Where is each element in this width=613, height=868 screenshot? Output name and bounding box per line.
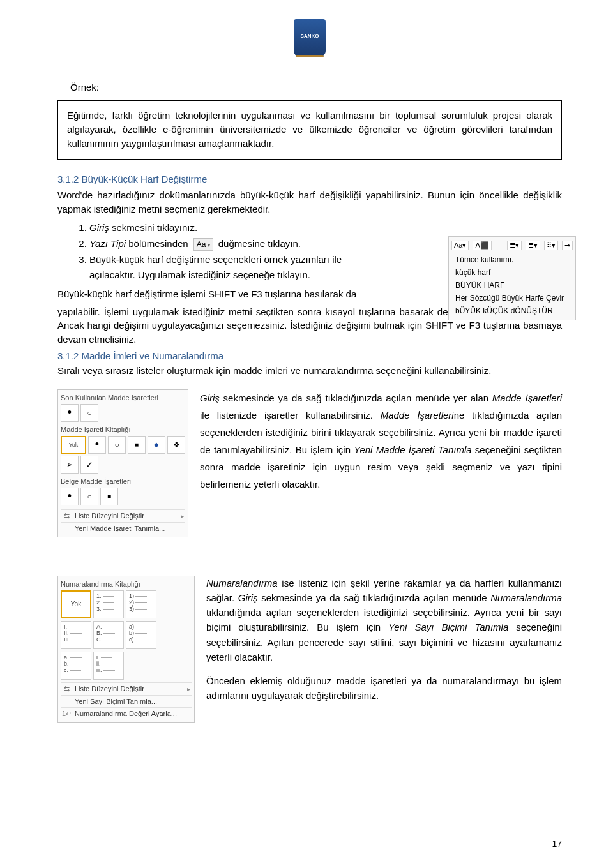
aa-tool-icon[interactable]: Aa▾ [451, 241, 469, 250]
bullet-dot-3[interactable] [61, 488, 79, 505]
step-2: Yazı Tipi bölümesinden Aa▾ düğmesine tık… [89, 236, 372, 251]
case-option-upper[interactable]: BÜYÜK HARF [449, 279, 575, 292]
bullet-star[interactable] [167, 436, 185, 454]
numbering-description-2: Önceden eklemiş olduğunuz madde işaretle… [206, 673, 562, 703]
case-change-intro: Word'de hazırladığınız dokümanlarınızda … [57, 188, 562, 216]
case-change-menu: Aa▾ A⬛ ≣▾ ≣▾ ⠿▾ ⇥ Tümce kullanımı. küçük… [448, 236, 576, 320]
numbering-tool-icon[interactable]: ≣▾ [526, 241, 540, 250]
bullets-tool-icon[interactable]: ≣▾ [507, 241, 522, 250]
numbering-library-label: Numaralandırma Kitaplığı [61, 580, 192, 588]
bullet-square-2[interactable] [100, 488, 118, 505]
bullet-circle-3[interactable] [80, 488, 98, 505]
bullet-circle[interactable] [80, 404, 98, 422]
set-numbering-value[interactable]: 1↵Numaralandırma Değeri Ayarla... [61, 707, 192, 720]
case-option-toggle[interactable]: bÜYÜK kÜÇÜK dÖNÜŞTÜR [449, 304, 575, 317]
case-menu-toolbar: Aa▾ A⬛ ≣▾ ≣▾ ⠿▾ ⇥ [449, 239, 575, 253]
define-new-number-format[interactable]: Yeni Sayı Biçimi Tanımla... [61, 695, 192, 707]
bullet-circle-2[interactable] [108, 436, 126, 454]
example-text: Eğitimde, farklı öğretim teknolojilerini… [67, 110, 552, 149]
multilevel-tool-icon[interactable]: ⠿▾ [544, 241, 558, 250]
heading-bullets-numbering: 3.1.2 Madde İmleri ve Numaralandırma [57, 350, 562, 361]
sanko-logo [294, 19, 326, 56]
bullet-none[interactable]: Yok [61, 436, 86, 454]
aa-dropdown-icon[interactable]: Aa▾ [193, 238, 213, 251]
numbering-roman-upper[interactable]: I.II.III. [61, 621, 91, 649]
numbering-decimal-paren[interactable]: 1)2)3) [126, 590, 156, 618]
example-box: Eğitimde, farklı öğretim teknolojilerini… [57, 100, 562, 160]
numbering-library-panel: Numaralandırma Kitaplığı Yok 1.2.3. 1)2)… [57, 576, 195, 723]
bullet-library-label: Madde İşareti Kitaplığı [61, 426, 185, 433]
page-number: 17 [552, 839, 562, 849]
step-3: Büyük-küçük harf değiştirme seçenekleri … [89, 252, 372, 282]
numbering-alpha-upper[interactable]: A.B.C. [93, 621, 124, 649]
indent-tool-icon[interactable]: ⇥ [562, 241, 573, 250]
numbering-alpha-lower-dot[interactable]: a.b.c. [61, 652, 91, 680]
highlight-tool-icon[interactable]: A⬛ [473, 241, 491, 250]
bullets-description: Giriş sekmesinde ya da sağ tıkladığınızd… [200, 389, 562, 493]
bullet-check[interactable] [80, 456, 98, 474]
numbering-decimal-dot[interactable]: 1.2.3. [93, 590, 124, 618]
define-new-bullet[interactable]: Yeni Madde İşareti Tanımla... [61, 522, 185, 534]
bullets-numbering-intro: Sıralı veya sırasız listeler oluşturmak … [57, 364, 562, 378]
numbering-change-level[interactable]: ⇆Liste Düzeyini Değiştir▸ [61, 682, 192, 695]
bullet-library-panel: Son Kullanılan Madde İşaretleri Madde İş… [57, 389, 188, 537]
heading-case-change: 3.1.2 Büyük-Küçük Harf Değiştirme [57, 174, 562, 184]
case-option-lower[interactable]: küçük harf [449, 266, 575, 279]
case-option-titlecase[interactable]: Her Sözcüğü Büyük Harfe Çevir [449, 292, 575, 304]
bullet-arrow[interactable] [61, 456, 79, 474]
bullet-square[interactable] [128, 436, 146, 454]
example-label: Örnek: [70, 82, 562, 93]
recent-bullets-label: Son Kullanılan Madde İşaretleri [61, 394, 185, 401]
step-1: Giriş sekmesini tıklayınız. [89, 220, 372, 235]
numbering-alpha-lower-paren[interactable]: a)b)c) [126, 621, 156, 649]
numbering-none[interactable]: Yok [61, 590, 91, 618]
bullet-dot-2[interactable] [88, 436, 106, 454]
numbering-description-1: Numaralandırma ise listeniz için şekil y… [206, 576, 562, 665]
case-option-sentence[interactable]: Tümce kullanımı. [449, 253, 575, 266]
bullet-diamond[interactable] [148, 436, 165, 454]
change-list-level[interactable]: ⇆Liste Düzeyini Değiştir▸ [61, 509, 185, 522]
case-change-steps: Giriş sekmesini tıklayınız. Yazı Tipi bö… [89, 220, 372, 282]
numbering-roman-lower[interactable]: i.ii.iii. [93, 652, 124, 680]
bullet-dot[interactable] [61, 404, 79, 422]
doc-bullets-label: Belge Madde İşaretleri [61, 477, 185, 485]
